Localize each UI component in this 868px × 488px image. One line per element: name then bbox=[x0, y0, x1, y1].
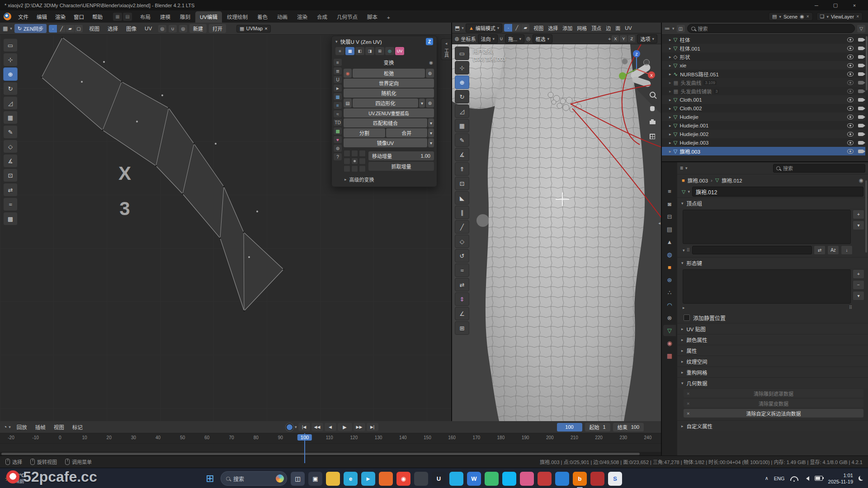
viewport-tool-button[interactable]: ⇕ bbox=[455, 292, 469, 306]
viewport-tool-button[interactable]: ◿ bbox=[455, 104, 469, 118]
axis-z-button[interactable]: Z bbox=[628, 35, 635, 42]
shape-keys-list[interactable] bbox=[683, 269, 851, 304]
viewport-tool-button[interactable]: ∡ bbox=[455, 148, 469, 161]
sidebar-tab-label[interactable]: 工具 bbox=[443, 48, 450, 57]
outliner-item[interactable]: ▸ ▽ Cloth.002 bbox=[662, 104, 865, 113]
visibility-eye-icon[interactable] bbox=[847, 89, 854, 94]
chevron-down-icon[interactable]: ▾ bbox=[428, 128, 434, 137]
rest-position-checkbox[interactable] bbox=[684, 314, 690, 321]
zen-strip-icon[interactable]: ? bbox=[334, 153, 342, 160]
editor-type-icon[interactable]: ◔ bbox=[4, 424, 7, 430]
zen-strip-icon[interactable]: ▦ bbox=[334, 93, 342, 100]
viewport-tool-button[interactable]: ⊞ bbox=[455, 321, 469, 335]
editor-type-icon[interactable]: ⬒ bbox=[455, 25, 460, 31]
visibility-eye-icon[interactable] bbox=[847, 63, 854, 68]
close-button[interactable]: × bbox=[845, 1, 863, 10]
mirror-uv-button[interactable]: 镜像UV bbox=[344, 138, 427, 147]
collapse-icon[interactable]: ◂ bbox=[445, 41, 448, 46]
properties-tab-output[interactable]: ⊟ bbox=[663, 211, 676, 222]
timeline-ruler[interactable]: 100 -20-10010203040506070809010011012013… bbox=[0, 433, 661, 443]
edge-select-icon[interactable]: ╱ bbox=[57, 25, 66, 33]
chevron-down-icon[interactable]: ▾ bbox=[428, 138, 434, 147]
maximize-button[interactable]: ▢ bbox=[826, 1, 844, 10]
expand-icon[interactable]: ▸ bbox=[669, 55, 671, 59]
taskbar-app-file-explorer[interactable] bbox=[326, 472, 340, 486]
face-select-icon[interactable]: ▰ bbox=[66, 25, 74, 33]
outliner-item[interactable]: ▸ ▽ 旗袍.003 bbox=[662, 147, 865, 155]
taskbar-app-wegame[interactable]: W bbox=[467, 472, 481, 486]
add-vertex-group-button[interactable]: + bbox=[853, 210, 864, 219]
expand-icon[interactable]: ▸ bbox=[669, 80, 671, 85]
zen-strip-icon[interactable]: TD bbox=[334, 119, 342, 126]
expand-icon[interactable]: ▸ bbox=[669, 72, 671, 76]
section-uv-maps[interactable]: ▸UV 贴图 bbox=[677, 323, 868, 334]
timeline-menu[interactable]: 标记 bbox=[68, 422, 87, 432]
clear-sculpt-mask-button[interactable]: × 清除雕刻遮罩数据 bbox=[684, 389, 863, 398]
render-camera-icon[interactable] bbox=[858, 81, 863, 84]
face-select-icon[interactable]: ▰ bbox=[521, 24, 529, 32]
add-shape-key-button[interactable]: + bbox=[853, 269, 864, 279]
zen-panel-header[interactable]: ▾ 快展U V (Zen UV) Z bbox=[332, 36, 437, 47]
properties-tab-modifiers[interactable]: ⊛ bbox=[663, 274, 676, 286]
zen-strip-icon[interactable]: ⊛ bbox=[334, 145, 342, 152]
breadcrumb-object[interactable]: 旗袍.003 bbox=[688, 177, 708, 184]
uv-tool-button[interactable]: ⊡ bbox=[3, 169, 18, 182]
outliner-item[interactable]: ▸ ▽ Hudiejie bbox=[662, 113, 865, 121]
edge-select-icon[interactable]: ╱ bbox=[513, 24, 521, 32]
uv-sidebar-tabs[interactable]: ◂ 工具 bbox=[441, 38, 451, 60]
section-remesh[interactable]: ▸重构网格 bbox=[677, 366, 868, 377]
clear-skin-data-button[interactable]: × 清除蒙皮数据 bbox=[684, 399, 863, 408]
zen-strip-icon[interactable]: ≣ bbox=[334, 67, 342, 75]
uv-tool-button[interactable]: ▭ bbox=[3, 38, 18, 52]
clear-custom-split-normals-button[interactable]: × 清除自定义拆边法向数据 bbox=[684, 409, 863, 418]
viewport-tool-button[interactable]: ⊡ bbox=[455, 177, 469, 190]
uv-tool-button[interactable]: ▦ bbox=[3, 111, 18, 124]
uv-menu[interactable]: 选择 bbox=[104, 23, 122, 33]
workspace-tab[interactable]: 动画 bbox=[273, 11, 292, 23]
current-frame-field[interactable]: 100 bbox=[557, 423, 582, 432]
uv-canvas[interactable]: ▭⊹⊕↻◿▦✎◇∡⊡⇄≈▩ X 3 ◂ 工具 ▾ 快展U V (Zen UV) … bbox=[0, 35, 451, 421]
section-custom-properties[interactable]: ▸自定义属性 bbox=[677, 420, 868, 431]
play-reverse-button[interactable]: ◀ bbox=[325, 423, 336, 431]
section-texture-space[interactable]: ▸纹理空间 bbox=[677, 356, 868, 366]
taskbar-app-chrome[interactable]: ◉ bbox=[396, 472, 410, 486]
auto-keying-toggle[interactable] bbox=[286, 423, 293, 431]
taskbar-app-music-app[interactable] bbox=[538, 472, 552, 486]
properties-tab-object-data[interactable]: ▽ bbox=[663, 325, 676, 336]
properties-search[interactable]: 搜索 bbox=[773, 164, 865, 173]
sort-swap-icon[interactable]: ⇄ bbox=[814, 245, 826, 255]
viewport-tool-button[interactable]: ✎ bbox=[455, 133, 469, 147]
zen-sync-toggle[interactable]: ↻ ZEN同步 bbox=[14, 24, 47, 33]
outliner-item[interactable]: ▸ ▽ xie bbox=[662, 61, 865, 70]
section-shape-keys[interactable]: ▾形态键 bbox=[677, 257, 868, 268]
workspace-tab[interactable]: 渲染 bbox=[292, 11, 312, 23]
properties-tab-render[interactable]: ◙ bbox=[663, 198, 676, 210]
viewport-menu[interactable]: 视图 bbox=[531, 23, 546, 33]
viewport-menu[interactable]: 选择 bbox=[546, 23, 560, 33]
viewport-tool-button[interactable]: ⇑ bbox=[455, 162, 469, 176]
wifi-icon[interactable] bbox=[790, 476, 798, 481]
viewport-tool-button[interactable]: ⊹ bbox=[455, 61, 469, 75]
viewport-tool-button[interactable]: ∥ bbox=[455, 206, 469, 219]
viewport-menu[interactable]: UV bbox=[623, 24, 634, 32]
tray-chevron-icon[interactable]: ∧ bbox=[765, 475, 769, 481]
uv-menu[interactable]: 图像 bbox=[122, 23, 141, 33]
render-camera-icon[interactable] bbox=[858, 115, 863, 119]
workspace-tab[interactable]: 几何节点 bbox=[332, 11, 362, 23]
outliner-item[interactable]: ▸ ▽ 柱体 bbox=[662, 35, 865, 44]
properties-tab-scene[interactable]: ▲ bbox=[663, 236, 676, 248]
workspace-tab[interactable]: 纹理绘制 bbox=[222, 11, 252, 23]
gear-icon[interactable]: ⊛ bbox=[426, 69, 434, 78]
next-keyframe-button[interactable]: ▶▶ bbox=[354, 423, 365, 431]
taskbar-app-bilibili[interactable] bbox=[449, 472, 463, 486]
taskbar-app-gpu-app[interactable] bbox=[590, 472, 604, 486]
visibility-eye-icon[interactable] bbox=[847, 141, 854, 145]
section-attributes[interactable]: ▸属性 bbox=[677, 345, 868, 356]
ortho-grid-icon[interactable] bbox=[647, 131, 657, 141]
viewport-tool-button[interactable]: ⊕ bbox=[455, 75, 469, 89]
battery-icon[interactable] bbox=[815, 476, 823, 481]
menubar-menu[interactable]: 文件 bbox=[14, 12, 33, 22]
timeline-menu[interactable]: 插帧 bbox=[31, 422, 50, 432]
zen-tab[interactable]: UV bbox=[395, 47, 404, 55]
orientation-dropdown[interactable]: 法向▾ bbox=[478, 34, 498, 43]
